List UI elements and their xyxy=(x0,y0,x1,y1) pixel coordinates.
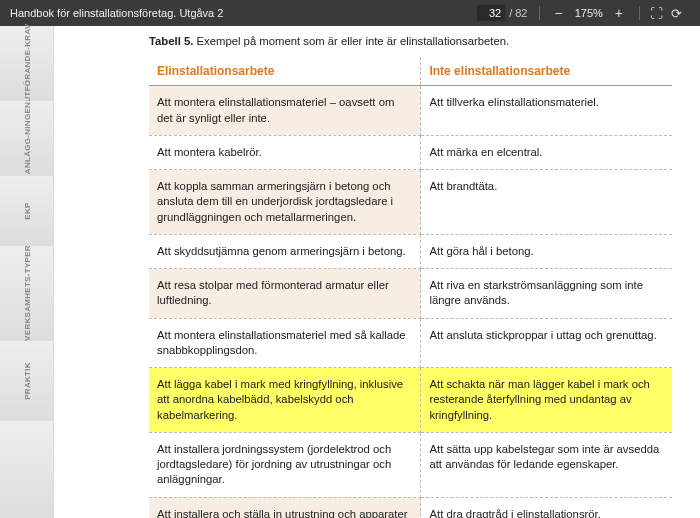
cell-left: Att montera elinstallationsmateriel med … xyxy=(149,318,421,368)
cell-right: Att dra dragtråd i elinstallationsrör, k… xyxy=(421,497,672,518)
cell-right: Att ansluta stickproppar i uttag och gre… xyxy=(421,318,672,368)
table-row: Att skyddsutjämna genom armeringsjärn i … xyxy=(149,234,672,268)
zoom-in-button[interactable]: + xyxy=(611,6,627,20)
cell-right: Att göra hål i betong. xyxy=(421,234,672,268)
zoom-control: − 175% + xyxy=(550,6,627,20)
cell-right: Att schakta när man lägger kabel i mark … xyxy=(421,368,672,433)
side-tab-more[interactable] xyxy=(0,421,53,518)
side-tab-utforande[interactable]: UTFÖRANDE-KRAV xyxy=(0,26,53,101)
cell-right: Att riva en starkströmsanläggning som in… xyxy=(421,269,672,319)
table-row: Att montera elinstallationsmateriel – oa… xyxy=(149,86,672,136)
cell-right: Att brandtäta. xyxy=(421,170,672,235)
column-header-left: Elinstallationsarbete xyxy=(149,57,421,86)
content-area: UTFÖRANDE-KRAV ANLÄGG-NINGEN EKP VERKSAM… xyxy=(0,26,700,518)
cell-right: Att tillverka elinstallationsmateriel. xyxy=(421,86,672,136)
table-row: Att installera jordningssystem (jordelek… xyxy=(149,432,672,497)
caption-text: Exempel på moment som är eller inte är e… xyxy=(193,35,509,47)
table-row: Att montera elinstallationsmateriel med … xyxy=(149,318,672,368)
pdf-toolbar: Handbok för elinstallationsföretag. Utgå… xyxy=(0,0,700,26)
caption-bold: Tabell 5. xyxy=(149,35,193,47)
side-tab-verksamhetstyper[interactable]: VERKSAMHETS-TYPER xyxy=(0,246,53,341)
table-caption: Tabell 5. Exempel på moment som är eller… xyxy=(149,34,672,49)
page-input[interactable] xyxy=(477,5,505,21)
side-tab-anlaggningen[interactable]: ANLÄGG-NINGEN xyxy=(0,101,53,176)
document-page: Tabell 5. Exempel på moment som är eller… xyxy=(54,26,700,518)
cell-right: Att sätta upp kabelstegar som inte är av… xyxy=(421,432,672,497)
side-tabs: UTFÖRANDE-KRAV ANLÄGG-NINGEN EKP VERKSAM… xyxy=(0,26,54,518)
cell-left: Att skyddsutjämna genom armeringsjärn i … xyxy=(149,234,421,268)
table-row: Att koppla samman armeringsjärn i betong… xyxy=(149,170,672,235)
table-row: Att installera och ställa in utrustning … xyxy=(149,497,672,518)
cell-left: Att installera och ställa in utrustning … xyxy=(149,497,421,518)
side-tab-ekp[interactable]: EKP xyxy=(0,176,53,246)
cell-left: Att installera jordningssystem (jordelek… xyxy=(149,432,421,497)
cell-left: Att lägga kabel i mark med kringfyllning… xyxy=(149,368,421,433)
side-tab-praktik[interactable]: PRAKTIK xyxy=(0,341,53,421)
column-header-right: Inte elinstallationsarbete xyxy=(421,57,672,86)
zoom-out-button[interactable]: − xyxy=(550,6,566,20)
cell-right: Att märka en elcentral. xyxy=(421,135,672,169)
cell-left: Att koppla samman armeringsjärn i betong… xyxy=(149,170,421,235)
page-control: / 82 xyxy=(477,5,527,21)
toolbar-divider xyxy=(539,6,540,20)
rotate-icon[interactable]: ⟳ xyxy=(671,6,682,21)
zoom-value: 175% xyxy=(575,7,603,19)
cell-left: Att montera kabelrör. xyxy=(149,135,421,169)
comparison-table: Elinstallationsarbete Inte elinstallatio… xyxy=(149,57,672,518)
page-total: / 82 xyxy=(509,7,527,19)
toolbar-divider xyxy=(639,6,640,20)
table-row: Att resa stolpar med förmonterad armatur… xyxy=(149,269,672,319)
presentation-icon[interactable]: ⛶ xyxy=(650,6,663,21)
table-row: Att lägga kabel i mark med kringfyllning… xyxy=(149,368,672,433)
table-row: Att montera kabelrör.Att märka en elcent… xyxy=(149,135,672,169)
cell-left: Att resa stolpar med förmonterad armatur… xyxy=(149,269,421,319)
document-title: Handbok för elinstallationsföretag. Utgå… xyxy=(10,7,477,19)
cell-left: Att montera elinstallationsmateriel – oa… xyxy=(149,86,421,136)
